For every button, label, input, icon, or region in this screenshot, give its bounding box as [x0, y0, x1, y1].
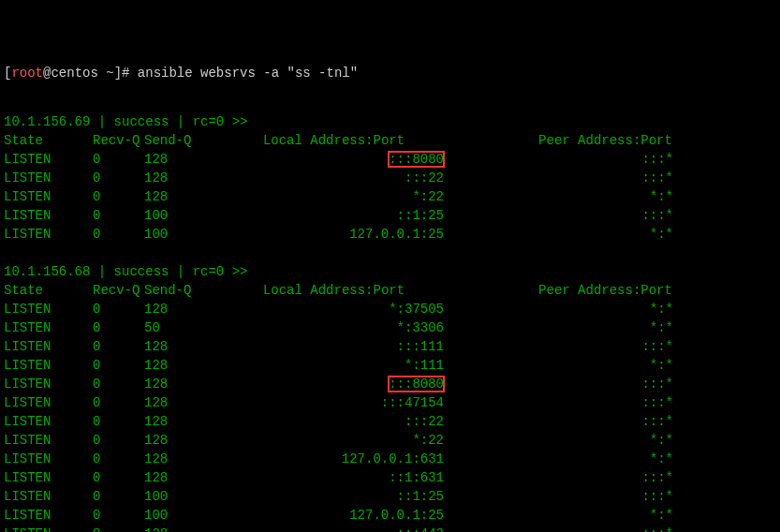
- cell-peer-address: :::*: [537, 487, 673, 506]
- table-row: LISTEN0100127.0.0.1:25*:*: [4, 506, 776, 525]
- prompt-user: root: [11, 66, 43, 81]
- cell-peer-address: *:*: [537, 431, 673, 450]
- cell-sendq: 100: [144, 487, 224, 506]
- cell-recvq: 0: [93, 506, 144, 525]
- terminal-output: 10.1.156.69 | success | rc=0 >>StateRecv…: [4, 112, 776, 532]
- cell-peer-address: *:*: [537, 450, 673, 468]
- cell-state: LISTEN: [4, 468, 93, 487]
- table-row: LISTEN0128127.0.0.1:631*:*: [4, 450, 776, 468]
- table-row: LISTEN0100::1:25:::*: [4, 487, 776, 506]
- cell-state: LISTEN: [4, 525, 93, 532]
- cell-state: LISTEN: [4, 506, 93, 525]
- cell-recvq: 0: [93, 150, 144, 169]
- cell-local-address: :::8080: [224, 375, 444, 393]
- cell-peer-address: *:*: [537, 187, 673, 206]
- cell-peer-address: *:*: [537, 356, 673, 375]
- cell-state: LISTEN: [4, 169, 93, 187]
- table-row: LISTEN0128:::8080:::*: [4, 150, 776, 169]
- cell-peer-address: *:*: [537, 300, 673, 318]
- cell-recvq: 0: [93, 169, 144, 187]
- cell-state: LISTEN: [4, 300, 93, 318]
- cell-sendq: 128: [144, 375, 224, 393]
- cell-recvq: 0: [93, 487, 144, 506]
- cell-peer-address: :::*: [537, 337, 673, 356]
- cell-local-address: *:111: [224, 356, 444, 375]
- cell-local-address: :::111: [224, 337, 444, 356]
- cell-sendq: 128: [144, 337, 224, 356]
- table-row: LISTEN0128*:111*:*: [4, 356, 776, 375]
- cell-peer-address: *:*: [537, 225, 673, 244]
- cell-state: LISTEN: [4, 150, 93, 169]
- cell-sendq: 100: [144, 206, 224, 225]
- cell-recvq: 0: [93, 337, 144, 356]
- cell-recvq: 0: [93, 356, 144, 375]
- cell-recvq: 0: [93, 412, 144, 431]
- cell-peer-address: :::*: [537, 206, 673, 225]
- table-row: LISTEN0100127.0.0.1:25*:*: [4, 225, 776, 244]
- cell-recvq: 0: [93, 300, 144, 318]
- col-sendq-header: Send-Q: [144, 281, 224, 300]
- table-row: LISTEN0128*:22*:*: [4, 431, 776, 450]
- cell-sendq: 128: [144, 356, 224, 375]
- table-header: StateRecv-QSend-QLocal Address:PortPeer …: [4, 131, 776, 150]
- cell-local-address: *:37505: [224, 300, 444, 318]
- table-row: LISTEN0128:::111:::*: [4, 337, 776, 356]
- cell-local-address: :::22: [224, 412, 444, 431]
- col-local-header: Local Address:Port: [224, 281, 444, 300]
- cell-peer-address: :::*: [537, 525, 673, 532]
- cell-local-address: *:3306: [224, 318, 444, 337]
- cell-peer-address: :::*: [537, 150, 673, 169]
- cell-state: LISTEN: [4, 450, 93, 468]
- cell-recvq: 0: [93, 187, 144, 206]
- col-peer-header: Peer Address:Port: [537, 131, 673, 150]
- table-header: StateRecv-QSend-QLocal Address:PortPeer …: [4, 281, 776, 300]
- cell-sendq: 128: [144, 393, 224, 412]
- cell-state: LISTEN: [4, 356, 93, 375]
- cell-local-address: :::443: [224, 525, 444, 532]
- col-sendq-header: Send-Q: [144, 131, 224, 150]
- command-text: ansible websrvs -a "ss -tnl": [138, 66, 358, 81]
- cell-sendq: 128: [144, 169, 224, 187]
- col-peer-header: Peer Address:Port: [537, 281, 673, 300]
- blank-line: [4, 244, 776, 262]
- cell-local-address: 127.0.0.1:25: [224, 225, 444, 244]
- cell-local-address: 127.0.0.1:25: [224, 506, 444, 525]
- col-local-header: Local Address:Port: [224, 131, 444, 150]
- cell-state: LISTEN: [4, 393, 93, 412]
- cell-recvq: 0: [93, 450, 144, 468]
- cell-local-address: :::8080: [224, 150, 444, 169]
- cell-local-address: *:22: [224, 187, 444, 206]
- cell-state: LISTEN: [4, 412, 93, 431]
- cell-peer-address: :::*: [537, 412, 673, 431]
- cell-sendq: 128: [144, 431, 224, 450]
- table-row: LISTEN0128:::22:::*: [4, 169, 776, 187]
- cell-recvq: 0: [93, 431, 144, 450]
- cell-sendq: 128: [144, 412, 224, 431]
- cell-local-address: *:22: [224, 431, 444, 450]
- table-row: LISTEN0128:::8080:::*: [4, 375, 776, 393]
- table-row: LISTEN0128:::47154:::*: [4, 393, 776, 412]
- cell-state: LISTEN: [4, 187, 93, 206]
- cell-local-address: :::22: [224, 169, 444, 187]
- cell-state: LISTEN: [4, 225, 93, 244]
- cell-recvq: 0: [93, 468, 144, 487]
- cell-peer-address: :::*: [537, 169, 673, 187]
- col-recvq-header: Recv-Q: [93, 281, 144, 300]
- cell-sendq: 128: [144, 300, 224, 318]
- cell-sendq: 128: [144, 450, 224, 468]
- table-row: LISTEN0128:::22:::*: [4, 412, 776, 431]
- cell-sendq: 128: [144, 150, 224, 169]
- cell-sendq: 128: [144, 468, 224, 487]
- cell-state: LISTEN: [4, 337, 93, 356]
- col-recvq-header: Recv-Q: [93, 131, 144, 150]
- cell-peer-address: :::*: [537, 393, 673, 412]
- cell-local-address: 127.0.0.1:631: [224, 450, 444, 468]
- prompt-close: ]#: [114, 66, 138, 81]
- table-row: LISTEN0128*:37505*:*: [4, 300, 776, 318]
- cell-local-address: ::1:25: [224, 487, 444, 506]
- prompt-path: ~: [106, 66, 113, 81]
- cell-local-address: ::1:25: [224, 206, 444, 225]
- cell-state: LISTEN: [4, 487, 93, 506]
- cell-peer-address: *:*: [537, 506, 673, 525]
- cell-recvq: 0: [93, 393, 144, 412]
